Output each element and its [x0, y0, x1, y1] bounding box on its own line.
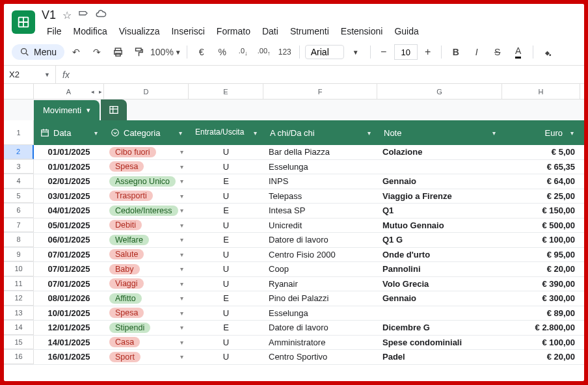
cell-date[interactable]: 07/01/2025	[34, 262, 104, 276]
percent-button[interactable]: %	[213, 43, 232, 61]
category-chip[interactable]: Affitto	[109, 293, 142, 304]
cell-who[interactable]: Unicredit	[263, 219, 377, 233]
cell-who[interactable]: Datore di lavoro	[263, 321, 377, 335]
row-header[interactable]: 9	[4, 248, 34, 262]
cell-note[interactable]: Padel	[377, 350, 502, 364]
cell-note[interactable]: Colazione	[377, 145, 502, 159]
cell-note[interactable]: Pannolini	[377, 262, 502, 276]
cell-eu[interactable]: U	[189, 350, 263, 364]
cell-categoria[interactable]: Debiti▾	[104, 219, 189, 233]
category-chip[interactable]: Salute	[109, 249, 144, 259]
cell-note[interactable]: Volo Grecia	[377, 277, 502, 291]
decrease-decimal-button[interactable]: .0↓	[234, 43, 252, 61]
cell-who[interactable]: Centro Fisio 2000	[263, 248, 377, 262]
sheet-tab-movimenti[interactable]: Movimenti ▾	[34, 100, 100, 120]
fill-color-button[interactable]	[539, 43, 557, 61]
chevron-down-icon[interactable]: ▾	[94, 129, 98, 137]
cell-categoria[interactable]: Viaggi▾	[104, 277, 189, 291]
cell-eu[interactable]: U	[189, 262, 263, 276]
chevron-down-icon[interactable]: ▾	[180, 207, 183, 214]
cell-date[interactable]: 08/01/2026	[34, 291, 104, 306]
cell-note[interactable]: Viaggio a Firenze	[377, 189, 502, 204]
menu-file[interactable]: File	[42, 23, 67, 39]
cell-eu[interactable]: U	[189, 336, 263, 350]
row-header[interactable]: 10	[4, 262, 34, 276]
strike-button[interactable]: S	[488, 43, 507, 61]
col-note-header[interactable]: Note▾	[377, 120, 502, 145]
cell-categoria[interactable]: Sport▾	[104, 350, 189, 364]
menu-visualizza[interactable]: Visualizza	[114, 23, 165, 39]
cloud-icon[interactable]	[95, 8, 107, 22]
cell-who[interactable]: Amministratore	[263, 336, 377, 350]
cell-who[interactable]: Centro Sportivo	[263, 350, 377, 364]
category-chip[interactable]: Assegno Unico	[109, 176, 176, 187]
col-header-e[interactable]: E	[189, 84, 263, 99]
menu-dati[interactable]: Dati	[257, 23, 284, 39]
category-chip[interactable]: Sport	[109, 352, 140, 362]
zoom-dropdown[interactable]: 100% ▼	[150, 47, 181, 57]
cell-eu[interactable]: U	[189, 306, 263, 321]
cell-who[interactable]: Intesa SP	[263, 204, 377, 218]
menu-guida[interactable]: Guida	[389, 23, 423, 39]
category-chip[interactable]: Cibo fuori	[109, 147, 156, 157]
cell-who[interactable]: Bar della Piazza	[263, 145, 377, 159]
cell-eu[interactable]: U	[189, 160, 263, 174]
cell-note[interactable]: Gennaio	[377, 291, 502, 306]
col-data-header[interactable]: Data▾	[34, 120, 104, 145]
col-header-h[interactable]: H	[502, 84, 580, 99]
menu-modifica[interactable]: Modifica	[68, 23, 113, 39]
cell-note[interactable]: Mutuo Gennaio	[377, 219, 502, 233]
paint-format-button[interactable]	[129, 43, 148, 61]
chevron-down-icon[interactable]: ▾	[180, 163, 183, 170]
cell-eu[interactable]: U	[189, 189, 263, 204]
cell-euro[interactable]: € 64,00	[502, 174, 580, 189]
chevron-down-icon[interactable]: ▾	[180, 310, 183, 317]
chevron-down-icon[interactable]: ▾	[180, 339, 183, 346]
cell-note[interactable]: Spese condominiali	[377, 336, 502, 350]
row-header[interactable]: 12	[4, 291, 34, 306]
row-header[interactable]: 4	[4, 174, 34, 189]
cell-note[interactable]: Onde d'urto	[377, 248, 502, 262]
cell-who[interactable]: INPS	[263, 174, 377, 189]
col-header-d[interactable]: D	[104, 84, 189, 99]
chevron-down-icon[interactable]: ▾	[180, 251, 183, 258]
row-header[interactable]: 2	[4, 145, 34, 159]
row-header[interactable]: 13	[4, 306, 34, 321]
increase-decimal-button[interactable]: .00↑	[255, 43, 273, 61]
row-header[interactable]: 11	[4, 277, 34, 291]
cell-note[interactable]: Q1	[377, 204, 502, 218]
chevron-down-icon[interactable]: ▾	[180, 236, 183, 243]
cell-date[interactable]: 12/01/2025	[34, 321, 104, 335]
cell-categoria[interactable]: Spesa▾	[104, 160, 189, 174]
sheet-tab-table-icon[interactable]	[101, 100, 127, 120]
cell-euro[interactable]: € 300,00	[502, 291, 580, 306]
cell-eu[interactable]: E	[189, 174, 263, 189]
menu-estensioni[interactable]: Estensioni	[336, 23, 388, 39]
category-chip[interactable]: Cedole/Interess	[109, 206, 178, 216]
cell-categoria[interactable]: Casa▾	[104, 336, 189, 350]
cell-eu[interactable]: U	[189, 145, 263, 159]
cell-who[interactable]: Ryanair	[263, 277, 377, 291]
row-header-1[interactable]: 1	[4, 120, 34, 145]
chevron-down-icon[interactable]: ▾	[87, 106, 90, 114]
cell-euro[interactable]: € 65,35	[502, 160, 580, 174]
more-formats-button[interactable]: 123	[276, 43, 294, 61]
cell-euro[interactable]: € 89,00	[502, 306, 580, 321]
cell-euro[interactable]: € 150,00	[502, 204, 580, 218]
chevron-down-icon[interactable]: ▾	[180, 192, 183, 200]
cell-who[interactable]: Telepass	[263, 189, 377, 204]
cell-who[interactable]: Datore di lavoro	[263, 233, 377, 247]
chevron-down-icon[interactable]: ▾	[180, 178, 183, 185]
chevron-down-icon[interactable]: ▾	[254, 129, 257, 137]
category-chip[interactable]: Stipendi	[109, 323, 150, 333]
row-header[interactable]: 3	[4, 160, 34, 174]
cell-note[interactable]: Dicembre G	[377, 321, 502, 335]
cell-euro[interactable]: € 25,00	[502, 189, 580, 204]
cell-eu[interactable]: E	[189, 291, 263, 306]
category-chip[interactable]: Trasporti	[109, 191, 153, 201]
sheets-logo[interactable]	[12, 10, 35, 34]
row-header[interactable]: 7	[4, 219, 34, 233]
menu-formato[interactable]: Formato	[211, 23, 256, 39]
cell-categoria[interactable]: Baby▾	[104, 262, 189, 276]
cell-categoria[interactable]: Cibo fuori▾	[104, 145, 189, 159]
